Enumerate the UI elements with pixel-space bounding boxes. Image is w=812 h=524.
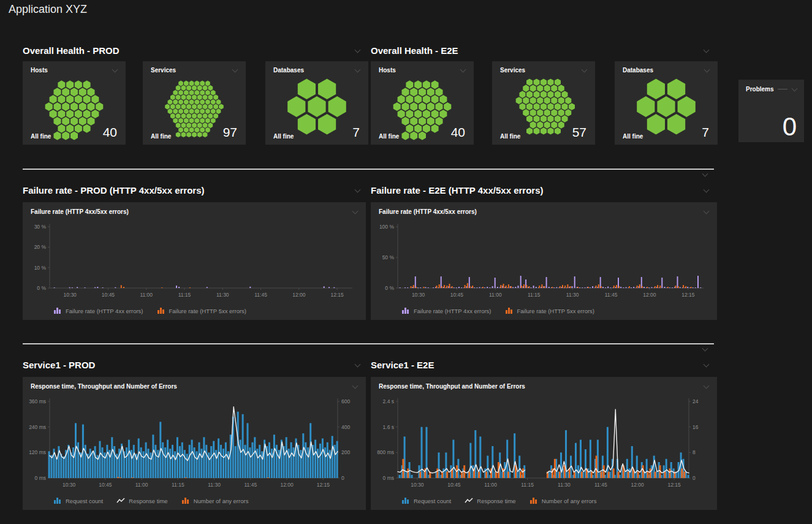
- tile-service1-e2e[interactable]: Response time, Throughput and Number of …: [371, 377, 717, 510]
- svg-text:11:00: 11:00: [135, 482, 148, 488]
- tile-hosts-e2e[interactable]: Hosts All fine40: [371, 61, 474, 145]
- tile-hosts-prod[interactable]: Hosts All fine40: [23, 61, 126, 145]
- svg-text:0 ms: 0 ms: [35, 475, 46, 481]
- status-text: All fine: [379, 133, 399, 140]
- chevron-down-icon[interactable]: [112, 67, 118, 74]
- tile-services-e2e[interactable]: Services All fine57: [492, 61, 595, 145]
- status-text: All fine: [500, 133, 520, 140]
- svg-text:0 ms: 0 ms: [383, 475, 394, 481]
- tile-databases-e2e[interactable]: Databases All fine7: [615, 61, 718, 145]
- svg-text:12:15: 12:15: [330, 292, 344, 298]
- svg-text:12:00: 12:00: [280, 482, 294, 488]
- section-title: Service1 - PROD: [23, 360, 95, 370]
- svg-text:240 ms: 240 ms: [29, 424, 46, 430]
- svg-text:800 ms: 800 ms: [377, 449, 394, 455]
- tile-title: Response time, Throughput and Number of …: [379, 383, 525, 390]
- legend-item[interactable]: Response time: [116, 497, 167, 504]
- tile-problems[interactable]: Problems 0: [738, 80, 804, 142]
- legend-label: Number of any errors: [542, 498, 597, 504]
- legend-label: Failure rate (HTTP 5xx errors): [169, 308, 247, 314]
- entity-count: 7: [352, 125, 360, 140]
- svg-text:12:00: 12:00: [643, 292, 656, 298]
- failure-rate-prod-chart[interactable]: 0 %10 %20 %30 %10:3010:4511:0011:1511:30…: [23, 219, 359, 302]
- chevron-down-icon[interactable]: [702, 346, 708, 352]
- section-header-health-e2e: Overall Health - E2E: [371, 44, 710, 56]
- svg-text:2.4 s: 2.4 s: [383, 398, 394, 404]
- tile-databases-prod[interactable]: Databases All fine7: [265, 61, 368, 145]
- chevron-down-icon[interactable]: [352, 383, 359, 390]
- tile-title: Failure rate (HTTP 4xx/5xx errors): [379, 208, 477, 215]
- svg-text:10:30: 10:30: [412, 292, 425, 298]
- section-title: Failure rate - PROD (HTTP 4xx/5xx errors…: [23, 185, 205, 196]
- service1-e2e-chart[interactable]: 0 ms800 ms1.6 s2.4 s08162410:3010:4511:0…: [371, 394, 710, 492]
- chevron-down-icon[interactable]: [791, 86, 798, 93]
- section-title: Overall Health - E2E: [371, 45, 458, 56]
- entity-count: 7: [702, 125, 709, 140]
- chevron-down-icon[interactable]: [232, 67, 238, 74]
- status-text: All fine: [623, 133, 643, 140]
- problems-count: 0: [783, 114, 797, 140]
- legend-item[interactable]: Failure rate (HTTP 4xx errors): [53, 307, 143, 314]
- chevron-down-icon[interactable]: [354, 187, 361, 194]
- legend-item[interactable]: Number of any errors: [181, 497, 249, 504]
- svg-text:10 %: 10 %: [34, 265, 47, 271]
- svg-text:11:00: 11:00: [140, 292, 153, 298]
- chevron-down-icon[interactable]: [460, 67, 466, 74]
- svg-text:120 ms: 120 ms: [29, 449, 46, 455]
- legend-label: Number of any errors: [194, 498, 249, 504]
- tile-title: Services: [151, 67, 176, 74]
- tile-title: Services: [500, 67, 525, 74]
- chevron-down-icon[interactable]: [703, 47, 710, 54]
- legend-item[interactable]: Request count: [401, 497, 451, 504]
- svg-text:11:15: 11:15: [178, 292, 191, 298]
- dashboard: Application XYZ Overall Health - PROD Ov…: [0, 0, 812, 524]
- tile-services-prod[interactable]: Services All fine97: [143, 61, 246, 145]
- svg-text:16: 16: [692, 424, 699, 430]
- legend-item[interactable]: Response time: [465, 497, 515, 504]
- svg-text:11:45: 11:45: [254, 292, 267, 298]
- line-series-icon: [465, 497, 473, 504]
- entity-count: 40: [103, 125, 117, 140]
- tile-title: Failure rate (HTTP 4xx/5xx errors): [31, 208, 129, 215]
- bar-series-icon: [401, 307, 410, 314]
- legend-item[interactable]: Failure rate (HTTP 5xx errors): [157, 307, 247, 314]
- chevron-down-icon[interactable]: [703, 383, 710, 390]
- section-header-service-e2e: Service1 - E2E: [371, 359, 710, 371]
- tile-service1-prod[interactable]: Response time, Throughput and Number of …: [23, 377, 366, 510]
- service1-prod-chart[interactable]: 0 ms120 ms240 ms360 ms020040060010:3010:…: [23, 394, 359, 492]
- chevron-down-icon[interactable]: [581, 67, 588, 74]
- chevron-down-icon[interactable]: [703, 208, 710, 215]
- chevron-down-icon[interactable]: [354, 67, 361, 74]
- failure-rate-e2e-chart[interactable]: 0 %50 %100 %10:3010:4511:0011:1511:3011:…: [371, 219, 710, 302]
- legend-item[interactable]: Request count: [53, 497, 103, 504]
- legend-item[interactable]: Failure rate (HTTP 4xx errors): [401, 307, 491, 314]
- chevron-down-icon[interactable]: [354, 362, 361, 368]
- chevron-down-icon[interactable]: [352, 208, 359, 215]
- tile-title: Hosts: [379, 67, 396, 74]
- svg-text:11:45: 11:45: [594, 482, 607, 488]
- svg-text:11:30: 11:30: [216, 292, 229, 298]
- tile-title: Databases: [623, 67, 653, 74]
- legend-item[interactable]: Failure rate (HTTP 5xx errors): [505, 307, 595, 314]
- svg-text:10:45: 10:45: [450, 292, 464, 298]
- legend-label: Response time: [129, 498, 167, 504]
- svg-text:0 %: 0 %: [37, 285, 46, 291]
- tile-title: Databases: [273, 67, 304, 74]
- svg-text:11:15: 11:15: [172, 482, 184, 488]
- svg-text:12:15: 12:15: [317, 482, 330, 488]
- svg-text:11:00: 11:00: [489, 292, 502, 298]
- tile-failure-rate-prod[interactable]: Failure rate (HTTP 4xx/5xx errors) 0 %10…: [23, 202, 366, 320]
- svg-text:11:30: 11:30: [208, 482, 221, 488]
- svg-text:12:00: 12:00: [631, 482, 645, 488]
- chevron-down-icon[interactable]: [703, 187, 710, 194]
- status-text: All fine: [151, 133, 171, 140]
- chevron-down-icon[interactable]: [354, 47, 361, 54]
- tile-failure-rate-e2e[interactable]: Failure rate (HTTP 4xx/5xx errors) 0 %50…: [371, 202, 717, 320]
- entity-count: 57: [572, 125, 586, 140]
- svg-text:10:45: 10:45: [99, 482, 112, 488]
- bar-series-icon: [529, 497, 538, 504]
- chevron-down-icon[interactable]: [704, 67, 710, 74]
- chevron-down-icon[interactable]: [703, 362, 710, 368]
- chevron-down-icon[interactable]: [702, 171, 708, 178]
- legend-item[interactable]: Number of any errors: [529, 497, 597, 504]
